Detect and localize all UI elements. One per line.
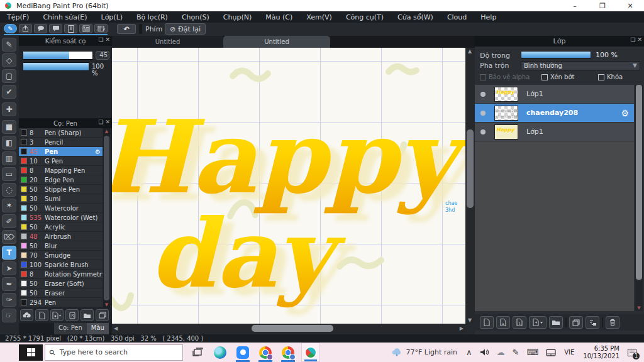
scroll-down-icon[interactable]: ▼ [635,305,643,310]
checklist-icon[interactable] [79,24,92,33]
brush-row[interactable]: 50Blur [19,241,103,251]
scrollbar-thumb[interactable] [636,85,642,280]
menu-lop[interactable]: Lớp(L) [94,11,130,23]
select-rect-tool[interactable]: ▭ [2,167,16,181]
document-icon[interactable] [64,24,77,33]
brush-row[interactable]: 50Acrylic [19,222,103,232]
brush-row[interactable]: 8Mapping Pen [19,166,103,175]
document-tab-active[interactable]: Untitled [223,36,330,48]
menu-cloud[interactable]: Cloud [440,11,474,23]
brush-row-selected[interactable]: 45Pen⚙ [19,147,103,156]
taskbar-clock[interactable]: 6:35 PM 10/13/2021 [579,345,624,360]
scroll-down-icon[interactable]: ▼ [103,302,110,307]
delete-layer-button[interactable] [606,316,619,329]
layer-row-selected[interactable]: chaenday208 chaenday208 chaenday208 ⚙ [475,104,634,122]
restore-button[interactable]: ❐ [589,0,616,11]
select-eraser-tool[interactable]: ⌦ [2,230,16,244]
brush-row[interactable]: 48Airbrush [19,232,103,241]
protect-alpha-checkbox[interactable]: Bảo vệ alpha [480,74,530,80]
blend-mode-select[interactable]: Bình thường ▼ [521,61,640,70]
touchpad-icon[interactable] [542,349,560,356]
new-8bit-layer-button[interactable]: a [496,316,510,329]
comment-box-icon[interactable] [49,24,62,33]
chrome-taskbar-icon-2[interactable] [279,343,297,362]
grid-edit-icon[interactable] [94,24,108,33]
menu-chon[interactable]: Chọn(S) [175,11,216,23]
layer-visibility-dot[interactable] [480,111,486,116]
new-brush-button[interactable] [35,309,48,321]
document-tab-inactive[interactable]: Untitled [112,36,223,48]
language-indicator[interactable]: VIE [560,349,579,356]
brush-row[interactable]: 100Sparkle Brush [19,260,103,270]
chrome-taskbar-icon[interactable] [256,343,275,362]
layer-visibility-dot[interactable] [480,129,486,134]
brush-row[interactable]: 8Pen (Sharp) [19,128,103,138]
edge-taskbar-icon[interactable] [211,343,230,362]
brush-tool[interactable]: ✎ [2,38,16,52]
brush-row[interactable]: 3Pencil [19,138,103,147]
eyedropper-tool[interactable]: ✒ [2,277,16,291]
scroll-right-icon[interactable]: ▶ [460,326,464,331]
scrollbar-thumb[interactable] [467,129,474,208]
scrollbar-thumb[interactable] [104,136,109,300]
menu-bo-loc[interactable]: Bộ lọc(R) [130,11,175,23]
hand-tool[interactable]: ☞ [2,309,16,322]
menu-chup[interactable]: Chụp(N) [216,11,258,23]
layer-settings-gear-icon[interactable]: ⚙ [621,108,629,118]
add-brush-dropdown-button[interactable] [50,309,64,321]
select-pen-tool[interactable]: ✐ [2,214,16,228]
brush-row[interactable]: 50Eraser [19,288,103,298]
new-1bit-layer-button[interactable]: 1 [513,316,526,329]
merge-layer-button[interactable] [586,316,599,329]
canvas-horizontal-scrollbar[interactable]: ◀ ▶ [112,324,465,333]
scroll-up-icon[interactable]: ▲ [103,129,110,134]
windows-ink-pen-icon[interactable]: ✎ [509,348,523,357]
menu-tep[interactable]: Tệp(F) [0,11,36,23]
measure-tool[interactable]: ✑ [2,293,16,307]
close-panel-icon[interactable]: ✕ [105,119,110,125]
eraser-tool[interactable]: ◇ [2,53,16,67]
brush-row[interactable]: 294Pen [19,298,103,307]
folder-button[interactable] [80,309,94,321]
menu-cua-so[interactable]: Cửa sổ(W) [391,11,440,23]
brush-row[interactable]: 535Watercolor (Wet) [19,213,103,222]
popout-icon[interactable]: ❏ [98,119,103,125]
brush-settings-gear-icon[interactable]: ⚙ [95,148,101,155]
bucket-tool[interactable]: ◧ [2,136,16,150]
canvas-viewport[interactable]: Happy day Happy day chae 3hd [112,48,465,324]
brush-row[interactable]: 8Rotation Symmetry Pe [19,270,103,279]
tab-brush[interactable]: Cọ: Pen [54,323,87,334]
layers-scrollbar[interactable]: ▼ [635,85,643,311]
clipping-checkbox[interactable]: Xén bớt [541,74,574,80]
action-center-button[interactable]: 1 [624,343,640,362]
touch-keyboard-icon[interactable]: ⌨ [523,348,542,357]
canvas-vertical-scrollbar[interactable]: ▲ ▼ [465,48,475,324]
tab-color[interactable]: Màu [87,323,109,334]
shape-tool[interactable]: ▢ [2,69,16,83]
add-layer-dropdown-button[interactable] [529,316,547,329]
close-panel-icon[interactable]: ✕ [637,36,642,43]
layer-visibility-dot[interactable] [480,92,486,97]
cloud-upload-button[interactable] [20,309,33,321]
comment-bubble-icon[interactable] [34,24,47,33]
brush-row[interactable]: 30Sumi [19,194,103,204]
medibang-taskbar-icon[interactable] [301,343,320,362]
scroll-down-icon[interactable]: ▼ [468,317,472,323]
brush-row[interactable]: 50Stipple Pen [19,185,103,194]
menu-chinh-sua[interactable]: Chỉnh sửa(E) [36,11,94,23]
onedrive-cloud-icon[interactable]: ☁ [493,348,509,357]
reset-button[interactable]: ⊘ Đặt lại [165,23,206,35]
scroll-left-icon[interactable]: ◀ [114,326,118,331]
move-tool[interactable]: ✚ [2,102,16,116]
menu-xem[interactable]: Xem(V) [299,11,339,23]
tray-chevron-icon[interactable]: ∧ [462,348,476,357]
operation-tool[interactable]: ➤ [2,261,16,275]
task-view-button[interactable] [188,343,207,362]
brush-row[interactable]: 20Edge Pen [19,175,103,185]
duplicate-layer-button[interactable] [569,316,583,329]
scroll-up-icon[interactable]: ▲ [468,48,472,54]
layer-opacity-slider[interactable] [521,51,591,58]
popout-icon[interactable]: ❏ [98,36,103,43]
brush-size-value[interactable]: 45 [96,51,109,60]
snap-tool[interactable]: ✔ [2,85,16,99]
